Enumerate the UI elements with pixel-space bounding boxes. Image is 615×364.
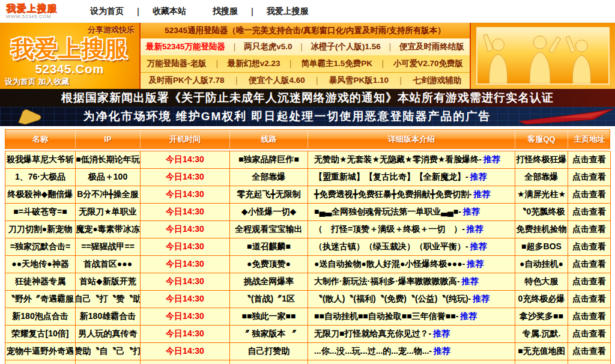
launcher-link[interactable]: 及时雨PK个人版7.78: [149, 75, 225, 86]
homepage-link[interactable]: 点击查看: [568, 151, 611, 169]
launcher-link[interactable]: 最新52345万能登陆器: [146, 41, 225, 52]
crowd-silhouette-graphic: [477, 28, 608, 83]
recommend-link[interactable]: 推荐: [473, 189, 490, 200]
recommend-link[interactable]: 推荐: [460, 311, 477, 322]
recommend-link[interactable]: 推荐: [463, 207, 480, 217]
homepage-link[interactable]: [568, 360, 611, 364]
ip-cell: 赞助〝自〝己〝打: [76, 343, 141, 360]
open-time-cell: 今日14:30: [141, 273, 230, 291]
server-name-cell[interactable]: 荣耀复古[10倍]: [5, 326, 76, 343]
server-name-cell[interactable]: [5, 360, 76, 364]
logo-quick-links[interactable]: 设为首页 加入收藏: [5, 76, 70, 87]
qq-cell: [515, 360, 568, 364]
version-desc-cell: （执迷古镇）（绿玉裁决）（职业平衡）- 推荐: [308, 238, 515, 256]
recommend-link[interactable]: 推荐: [483, 154, 500, 165]
nav-link[interactable]: 设为首页: [77, 6, 137, 17]
server-name-cell[interactable]: =独家沉默合击=: [5, 238, 76, 256]
crowd-banner[interactable]: [476, 27, 610, 85]
launcher-link[interactable]: 暴风雪PK版1.10: [329, 75, 389, 86]
homepage-link[interactable]: 点击查看: [568, 238, 611, 256]
launcher-row: 万能登陆器-老版｜最新幻想v2.23｜简单霸主1.5免费PK｜小可爱V2.70免…: [141, 55, 470, 72]
homepage-link[interactable]: 点击查看: [568, 256, 611, 273]
launcher-link[interactable]: 两只老虎v5.0: [244, 41, 292, 52]
launcher-link[interactable]: 冰橙子(个人版)1.56: [311, 41, 381, 52]
policy-notice-bar[interactable]: 根据国家新闻出版署《关于防止未成年人沉迷网络游戏的通知》本站所有游戏需进行实名认…: [0, 89, 615, 107]
homepage-link[interactable]: 点击查看: [568, 273, 611, 291]
table-row: 狂徒神器专属首站◆新版开荒今日14:30挑战全网爆率大制作·新玩法·福利多·爆率…: [5, 273, 610, 291]
ip-cell: 首战首区●●●: [76, 256, 141, 273]
site-logo-title: 我爱上搜服: [6, 4, 66, 13]
qq-cell: 专属.沉默.: [515, 326, 568, 343]
recommend-link[interactable]: 推荐: [433, 329, 450, 339]
recommend-link[interactable]: 推荐: [462, 276, 479, 287]
server-name-cell[interactable]: 新180泡点合击: [5, 308, 76, 326]
homepage-link[interactable]: 点击查看: [568, 291, 611, 308]
version-desc-cell: ╋免费透视╋免费狂暴╋免费捐献╋免费切割- 推荐: [308, 186, 515, 204]
qq-cell: ★满屏光柱★: [515, 186, 568, 204]
open-time-cell: 今日14:30: [141, 221, 230, 238]
launcher-separator: ｜: [386, 41, 394, 52]
launcher-title: 52345通用登陆器（唯一完美支持合击/真彩窗口化/内置及时雨/支持所有版本）: [141, 23, 470, 38]
launcher-link[interactable]: 便宜及时雨终结版: [399, 41, 464, 52]
open-time-cell: 今日14:30: [141, 343, 230, 360]
ip-cell: [76, 360, 141, 364]
homepage-link[interactable]: 点击查看: [568, 326, 611, 343]
launcher-link[interactable]: 简单霸主1.5免费PK: [301, 58, 372, 69]
homepage-link[interactable]: 点击查看: [568, 308, 611, 326]
ip-cell: 极品＋100: [76, 169, 141, 186]
qq-cell: 〝0芜瓢终极: [515, 204, 568, 221]
homepage-link[interactable]: 点击查看: [568, 343, 611, 360]
server-name-cell[interactable]: 终极殺神◆翻倍爆: [5, 186, 76, 204]
version-desc-cell: 无赞助★无套装★无隐藏★零消费★看脸爆终- 推荐: [308, 151, 515, 169]
server-table-header: 名称IP开机时间线路详细版本介绍客服QQ主页地址: [5, 129, 610, 149]
server-name-cell[interactable]: 殺我爆草尼大爷斩: [5, 151, 76, 169]
recommend-link[interactable]: 推荐: [473, 294, 489, 305]
qq-cell: ■无充值地图: [515, 343, 568, 360]
recommend-link[interactable]: 推荐: [467, 259, 483, 270]
homepage-link[interactable]: 点击查看: [568, 186, 611, 204]
line-cell: 挑战全网爆率: [230, 273, 308, 291]
version-desc-cell: ■▄▃全网独创魂骨玩法第一单职业▃▄■- 推荐: [308, 204, 515, 221]
recommend-link[interactable]: 推荐: [467, 224, 483, 235]
homepage-link[interactable]: 点击查看: [568, 204, 611, 221]
launcher-link[interactable]: 最新幻想v2.23: [228, 58, 280, 69]
open-time-cell: 今日14:30: [141, 238, 230, 256]
line-cell: 零充起飞╋无限制: [230, 186, 308, 204]
server-name-cell[interactable]: ●●天地传●神器: [5, 256, 76, 273]
recommend-link[interactable]: 推荐: [470, 172, 487, 183]
launcher-row: 最新52345万能登陆器｜两只老虎v5.0｜冰橙子(个人版)1.56｜便宜及时雨…: [141, 38, 470, 55]
qq-cell: 拿沙奖多■■: [515, 308, 568, 326]
homepage-link[interactable]: 点击查看: [568, 169, 611, 186]
version-desc-cell: 无限刀■打怪就给真充你见过？- 推荐: [308, 326, 515, 343]
launcher-link[interactable]: 便宜个人版4.60: [249, 75, 305, 86]
top-nav: 设为首页|收藏本站找搜服|我爱上搜服: [77, 6, 322, 17]
nav-link[interactable]: 找搜服: [199, 6, 251, 17]
server-table-body: 殺我爆草尼大爷斩■低消长期论年玩今日14:30■独家品牌巨作■无赞助★无套装★无…: [5, 151, 610, 364]
line-cell: 〞 独家版本 〞: [230, 326, 308, 343]
server-name-cell[interactable]: ■=斗破苍穹=■: [5, 204, 76, 221]
launcher-link[interactable]: 小可爱V2.70免费版: [393, 58, 463, 69]
right-ad-panel: [471, 23, 615, 89]
line-cell: 全程观看宝宝输出: [230, 221, 308, 238]
recommend-link[interactable]: 推荐: [434, 346, 450, 357]
homepage-link[interactable]: 点击查看: [568, 221, 611, 238]
site-logo[interactable]: 我爱上搜服 WWW.52345.COM: [6, 4, 66, 19]
ip-cell: 首站◆新版开荒: [76, 273, 141, 291]
nav-link[interactable]: 我爱上搜服: [253, 6, 322, 17]
launcher-separator: ｜: [379, 58, 387, 69]
gm-notice-bar[interactable]: 为净化市场环境 维护GM权利 即日起处理一切使用恶意登陆器产品的广告: [0, 107, 615, 126]
server-name-cell[interactable]: 刀刀切割●新宠物: [5, 221, 76, 238]
line-cell: ■独家品牌巨作■: [230, 151, 308, 169]
server-name-cell[interactable]: 狂徒神器专属: [5, 273, 76, 291]
launcher-link[interactable]: 七剑游戏辅助: [413, 75, 461, 86]
recommend-link[interactable]: 推荐: [470, 241, 487, 252]
server-name-cell[interactable]: 〝野外〞奇遇霸服: [5, 291, 76, 308]
launcher-link[interactable]: 万能登陆器-老版: [147, 58, 207, 69]
server-name-cell[interactable]: 宠物牛逼野外奇遇: [5, 343, 76, 360]
qq-cell: ●自动挂机●: [515, 256, 568, 273]
open-time-cell: 今日14:30: [141, 308, 230, 326]
server-name-cell[interactable]: 1、76·大极品: [5, 169, 76, 186]
nav-link[interactable]: 收藏本站: [139, 6, 199, 17]
launcher-separator: ｜: [297, 41, 305, 52]
policy-notice-text: 根据国家新闻出版署《关于防止未成年人沉迷网络游戏的通知》本站所有游戏需进行实名认…: [61, 90, 554, 106]
